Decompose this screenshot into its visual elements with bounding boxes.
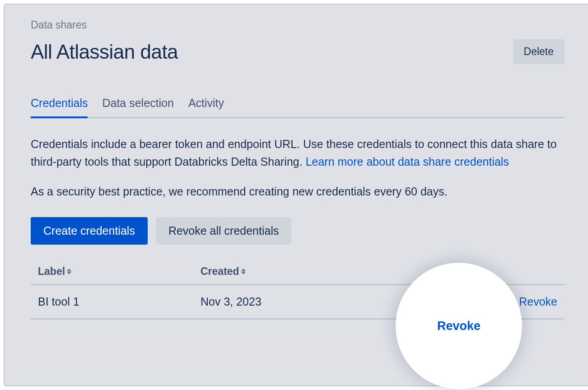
page-title: All Atlassian data [31, 41, 178, 63]
cell-created: Nov 3, 2023 [201, 295, 467, 308]
table-header: Label Created [31, 259, 565, 285]
column-header-label[interactable]: Label [38, 265, 201, 278]
revoke-button-highlighted[interactable]: Revoke [437, 319, 481, 333]
cell-label: BI tool 1 [38, 295, 201, 308]
column-header-created[interactable]: Created [201, 265, 557, 278]
column-header-label-text: Label [38, 265, 65, 278]
tab-data-selection[interactable]: Data selection [102, 97, 173, 117]
delete-button[interactable]: Delete [513, 39, 565, 64]
tab-activity[interactable]: Activity [188, 97, 224, 117]
revoke-all-button[interactable]: Revoke all credentials [156, 217, 292, 245]
table-row: BI tool 1 Nov 3, 2023 Revoke [31, 285, 565, 320]
credentials-table: Label Created BI tool 1 Nov 3, 2023 Revo… [31, 259, 565, 320]
sort-icon [241, 269, 246, 274]
security-note: As a security best practice, we recommen… [31, 185, 565, 198]
column-header-created-text: Created [201, 265, 239, 278]
cell-action: Revoke [467, 295, 557, 308]
tabs: Credentials Data selection Activity [31, 97, 565, 118]
create-credentials-button[interactable]: Create credentials [31, 217, 148, 245]
sort-icon [67, 269, 71, 274]
tab-credentials[interactable]: Credentials [31, 97, 88, 117]
breadcrumb[interactable]: Data shares [31, 19, 565, 31]
revoke-button[interactable]: Revoke [519, 295, 557, 308]
credentials-description: Credentials include a bearer token and e… [31, 135, 565, 171]
learn-more-link[interactable]: Learn more about data share credentials [306, 155, 509, 168]
